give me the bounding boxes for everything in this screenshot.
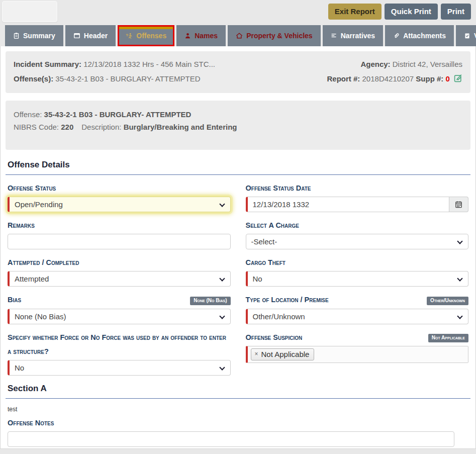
agency-line: Agency: District 42, Versailles <box>360 57 462 71</box>
bias-select[interactable]: None (No Bias) <box>8 309 231 324</box>
cargo-theft-value: No <box>253 275 262 283</box>
type-of-location-field: Type of Location / Premise Other/Unknown… <box>246 293 469 324</box>
agency-label: Agency: <box>360 60 390 68</box>
logo-placeholder <box>2 1 57 22</box>
chevron-down-icon <box>219 313 225 319</box>
remarks-label: Remarks <box>8 218 35 232</box>
offense-label: Offense: <box>14 110 42 119</box>
attempted-completed-value: Attempted <box>15 275 49 283</box>
window-icon <box>73 32 80 39</box>
offense-status-select[interactable]: Open/Pending <box>8 197 231 212</box>
house-icon <box>236 32 243 39</box>
incident-summary-box: Incident Summary: 12/13/2018 1332 Hrs - … <box>6 51 470 93</box>
attempted-completed-select[interactable]: Attempted <box>8 271 231 287</box>
person-icon <box>184 32 191 39</box>
description-value: Burglary/Breaking and Entering <box>124 123 237 131</box>
paperclip-icon <box>393 32 400 39</box>
bias-field: Bias None (No Bias) None (No Bias) <box>8 293 231 324</box>
nibrs-code-label: NIBRS Code: <box>14 123 59 131</box>
section-a-note: test <box>6 405 470 416</box>
offense-status-value: Open/Pending <box>15 200 63 209</box>
force-entry-label: Specify whether Force or No Force was us… <box>8 330 231 359</box>
tab-summary[interactable]: Summary <box>5 25 63 46</box>
tab-label: Summary <box>23 32 55 40</box>
tab-label: Validations <box>474 32 476 40</box>
offenses-line: Offense(s): 35-43-2-1 B03 - BURGLARY- AT… <box>14 71 201 86</box>
tab-attachments[interactable]: Attachments <box>385 25 454 46</box>
remove-tag-icon[interactable]: × <box>255 350 258 357</box>
tab-names[interactable]: Names <box>176 25 226 46</box>
offense-info-box: Offense: 35-43-2-1 B03 - BURGLARY- ATTEM… <box>6 101 470 150</box>
remarks-input[interactable] <box>8 234 231 249</box>
offense-status-date-field: Offense Status Date <box>246 181 469 212</box>
tab-property-vehicles[interactable]: Property & Vehicles <box>228 25 321 46</box>
tab-validations[interactable]: Validations <box>456 25 476 46</box>
exit-report-button[interactable]: Exit Report <box>328 4 382 20</box>
offense-suspicion-label: Offense Suspicion <box>246 330 303 344</box>
agency-value: District 42, Versailles <box>393 60 462 68</box>
offense-status-date-input[interactable] <box>246 197 450 212</box>
supp-number-value: 0 <box>445 74 449 83</box>
offense-status-label: Offense Status <box>8 181 56 195</box>
type-of-location-badge: Other/Unknown <box>427 297 468 305</box>
bias-label: Bias <box>8 293 21 307</box>
force-entry-select[interactable]: No <box>8 360 231 376</box>
select-a-charge-field: Select A Charge -Select- <box>246 218 469 249</box>
chevron-down-icon <box>457 313 462 319</box>
clipboard-check-icon <box>464 32 470 39</box>
remarks-field: Remarks <box>8 218 231 249</box>
select-a-charge-select[interactable]: -Select- <box>246 234 469 249</box>
offense-notes-field: Offense Notes <box>8 416 468 447</box>
type-of-location-select[interactable]: Other/Unknown <box>246 309 469 324</box>
tab-offenses[interactable]: Offenses <box>118 25 174 46</box>
incident-summary-label: Incident Summary: <box>14 60 81 68</box>
offense-info-line1: Offense: 35-43-2-1 B03 - BURGLARY- ATTEM… <box>14 108 462 121</box>
section-a-heading: Section A <box>6 382 470 399</box>
print-button[interactable]: Print <box>441 4 471 20</box>
offense-details-form: Offense Status Open/Pending Remarks Atte… <box>6 181 470 382</box>
edit-supp-icon[interactable] <box>454 74 462 82</box>
offense-suspicion-tag-label: Not Applicable <box>261 350 310 358</box>
tab-label: Offenses <box>136 32 166 40</box>
force-entry-field: Specify whether Force or No Force was us… <box>8 330 231 376</box>
offense-notes-input[interactable] <box>8 431 454 447</box>
tab-label: Names <box>195 32 218 40</box>
calendar-icon[interactable] <box>449 197 468 212</box>
offense-suspicion-tag: × Not Applicable <box>251 348 315 360</box>
incident-summary-line: Incident Summary: 12/13/2018 1332 Hrs - … <box>14 57 215 71</box>
tab-narratives[interactable]: Narratives <box>323 25 384 46</box>
offenses-tab-panel: Incident Summary: 12/13/2018 1332 Hrs - … <box>0 46 476 449</box>
report-number-value: 2018D4210207 <box>362 74 414 83</box>
offense-status-field: Offense Status Open/Pending <box>8 181 231 212</box>
offense-suspicion-badge: Not Applicable <box>428 334 468 342</box>
cargo-theft-select[interactable]: No <box>246 271 469 287</box>
supp-number-label: Supp #: <box>416 74 443 83</box>
chevron-down-icon <box>457 276 462 282</box>
offense-suspicion-multiselect[interactable]: × Not Applicable <box>246 346 469 363</box>
attempted-completed-label: Attempted / Completed <box>8 255 79 269</box>
offense-details-heading: Offense Details <box>6 158 470 175</box>
tab-label: Attachments <box>403 32 446 40</box>
tab-label: Property & Vehicles <box>246 32 313 40</box>
bias-value: None (No Bias) <box>15 312 66 321</box>
list-lines-icon <box>331 32 337 39</box>
cargo-theft-label: Cargo Theft <box>246 255 285 269</box>
offense-suspicion-field: Offense Suspicion Not Applicable × Not A… <box>246 330 469 363</box>
tab-label: Narratives <box>341 32 375 40</box>
select-a-charge-label: Select A Charge <box>246 218 300 232</box>
report-number-label: Report #: <box>327 74 360 83</box>
description-label: Description: <box>81 123 121 131</box>
offenses-label: Offense(s): <box>14 74 53 83</box>
report-line: Report #: 2018D4210207 Supp #: 0 <box>327 71 462 86</box>
quick-print-button[interactable]: Quick Print <box>385 4 438 20</box>
tab-header[interactable]: Header <box>65 25 116 46</box>
bias-badge: None (No Bias) <box>190 297 230 305</box>
nibrs-code-value: 220 <box>61 123 73 131</box>
chevron-down-icon <box>219 276 225 282</box>
offense-info-line2: NIBRS Code: 220Description: Burglary/Bre… <box>14 121 462 134</box>
chevron-down-icon <box>457 238 462 244</box>
offense-status-date-label: Offense Status Date <box>246 181 311 195</box>
offense-value: 35-43-2-1 B03 - BURGLARY- ATTEMPTED <box>44 110 192 119</box>
incident-summary-value: 12/13/2018 1332 Hrs - 456 Main STC... <box>83 60 215 68</box>
offense-running-icon <box>126 32 133 39</box>
